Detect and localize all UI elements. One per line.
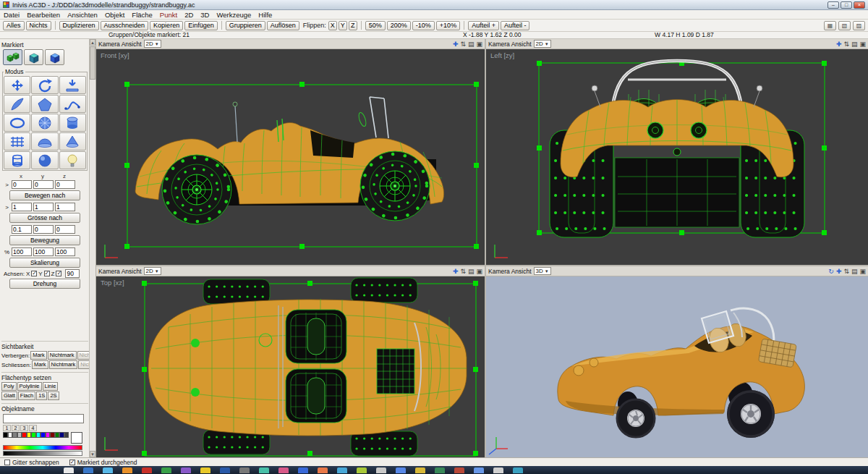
rear-wheel[interactable] bbox=[162, 155, 231, 224]
sphere-tool-button[interactable] bbox=[31, 151, 58, 169]
menu-item[interactable]: Fläche bbox=[128, 11, 156, 19]
spline-tool-button[interactable] bbox=[59, 95, 86, 113]
taskbar-app-icon[interactable] bbox=[83, 467, 93, 473]
schliessen-nichtmark-button[interactable]: Nichtmark bbox=[49, 360, 78, 369]
minimize-button[interactable]: – bbox=[827, 1, 839, 9]
taskbar-app-icon[interactable] bbox=[239, 467, 250, 473]
taskbar-app-icon[interactable] bbox=[161, 467, 171, 473]
extrude-tool-button[interactable] bbox=[59, 76, 86, 94]
shading-button[interactable]: Flach bbox=[18, 392, 35, 400]
taskbar-app-icon[interactable] bbox=[396, 467, 406, 473]
flaechentyp-button[interactable]: Poly bbox=[1, 382, 17, 391]
zoom-button[interactable]: 200% bbox=[387, 21, 411, 30]
menu-item[interactable]: Datei bbox=[0, 11, 23, 19]
orbit-view-icon[interactable]: ↻ bbox=[828, 267, 834, 276]
scale-y-input[interactable] bbox=[33, 247, 54, 256]
rotation-angle-input[interactable] bbox=[65, 269, 80, 278]
scale-z-input[interactable] bbox=[55, 247, 75, 256]
menu-item[interactable]: Werkzeuge bbox=[213, 11, 255, 19]
flip-axis-button[interactable]: Z bbox=[349, 21, 357, 30]
rotate-tool-button[interactable] bbox=[31, 76, 58, 94]
menu-item[interactable]: Ansichten bbox=[64, 11, 101, 19]
view-mode-dropdown[interactable]: 3D▼ bbox=[534, 267, 551, 275]
groesse-nach-button[interactable]: Grösse nach bbox=[9, 213, 80, 223]
size-to-z-input[interactable] bbox=[55, 203, 75, 211]
toolbar-clipboard-button[interactable]: Einfügen bbox=[184, 21, 218, 30]
taskbar-app-icon[interactable] bbox=[64, 467, 74, 473]
buggy-side-model[interactable] bbox=[135, 97, 444, 224]
sidebar-scrollbar[interactable]: ▲ ▼ bbox=[89, 39, 95, 457]
light-tool-button[interactable] bbox=[59, 151, 86, 169]
taskbar-app-icon[interactable] bbox=[122, 467, 132, 473]
taskbar-app-icon[interactable] bbox=[435, 467, 445, 473]
grid-tool-button[interactable]: ▦ bbox=[824, 21, 836, 30]
dome-tool-button[interactable] bbox=[31, 132, 58, 151]
toolbar-selection-button[interactable]: Alles bbox=[3, 21, 25, 30]
shading-button[interactable]: Glatt bbox=[1, 392, 17, 400]
taskbar-app-icon[interactable] bbox=[376, 467, 386, 473]
shading-button[interactable]: 1S bbox=[36, 392, 47, 400]
scroll-down-icon[interactable]: ▼ bbox=[90, 451, 95, 457]
verbergen-nichtmark-button[interactable]: Nichtmark bbox=[48, 351, 77, 360]
front-wheel[interactable] bbox=[360, 151, 430, 221]
taskbar-app-icon[interactable] bbox=[278, 467, 289, 473]
taskbar-app-icon[interactable] bbox=[181, 467, 191, 473]
gitter-schnappen-checkbox[interactable]: Gitter schnappen bbox=[4, 459, 59, 466]
disc-tool-button[interactable] bbox=[31, 114, 58, 132]
flaechentyp-button[interactable]: Polylinie bbox=[17, 382, 42, 391]
axis-z-checkbox[interactable] bbox=[56, 271, 61, 276]
taskbar-app-icon[interactable] bbox=[513, 467, 523, 473]
taskbar-app-icon[interactable] bbox=[259, 467, 269, 473]
maximize-viewport-icon[interactable]: ▣ bbox=[859, 40, 866, 48]
taskbar-app-icon[interactable] bbox=[220, 467, 230, 473]
zoom-button[interactable]: -10% bbox=[412, 21, 435, 30]
taskbar-app-icon[interactable] bbox=[493, 467, 503, 473]
move-to-y-input[interactable] bbox=[33, 180, 54, 189]
pan-view-icon[interactable]: ✚ bbox=[836, 40, 842, 48]
layout-icon[interactable]: ▤ bbox=[468, 40, 475, 48]
scroll-view-icon[interactable]: ⇅ bbox=[460, 267, 466, 276]
taskbar-app-icon[interactable] bbox=[337, 467, 347, 473]
ellipse-tool-button[interactable] bbox=[4, 114, 30, 132]
polygon-tool-button[interactable] bbox=[31, 95, 58, 113]
toolbar-group-button[interactable]: Auflösen bbox=[267, 21, 299, 30]
toolbar-clipboard-button[interactable]: Ausschneiden bbox=[101, 21, 149, 30]
3d-viewport-canvas[interactable] bbox=[486, 276, 868, 457]
zoom-button[interactable]: 50% bbox=[365, 21, 386, 30]
tube-tool-button[interactable] bbox=[4, 151, 30, 169]
pan-view-icon[interactable]: ✚ bbox=[836, 267, 842, 276]
menu-item[interactable]: Hilfe bbox=[255, 11, 276, 19]
layout-icon[interactable]: ▤ bbox=[851, 267, 858, 276]
toolbar-clipboard-button[interactable]: Kopieren bbox=[150, 21, 183, 30]
lightness-gradient-bar[interactable] bbox=[3, 451, 82, 456]
taskbar-app-icon[interactable] bbox=[415, 467, 425, 473]
drehung-button[interactable]: Drehung bbox=[9, 279, 80, 289]
knife-tool-button[interactable] bbox=[4, 95, 30, 113]
scroll-view-icon[interactable]: ⇅ bbox=[843, 267, 849, 276]
texture-index[interactable]: 4 bbox=[29, 425, 37, 431]
axis-x-checkbox[interactable] bbox=[31, 271, 37, 276]
maximize-button[interactable]: □ bbox=[841, 1, 852, 9]
menu-item[interactable]: Bearbeiten bbox=[23, 11, 64, 19]
surface-select-mode-button[interactable] bbox=[45, 49, 64, 65]
taskbar-app-icon[interactable] bbox=[318, 467, 328, 473]
scale-x-input[interactable] bbox=[12, 247, 32, 256]
markiert-durchgehend-checkbox[interactable]: Markiert durchgehend bbox=[69, 459, 137, 466]
buggy-front-model[interactable] bbox=[550, 61, 804, 237]
scroll-view-icon[interactable]: ⇅ bbox=[460, 40, 466, 48]
taskbar-app-icon[interactable] bbox=[454, 467, 464, 473]
hatch-tool-button[interactable]: ▨ bbox=[853, 21, 865, 30]
axis-y-checkbox[interactable] bbox=[44, 271, 50, 276]
flip-axis-button[interactable]: Y bbox=[339, 21, 347, 30]
color-swatch[interactable] bbox=[64, 432, 69, 438]
taskbar-app-icon[interactable] bbox=[200, 467, 210, 473]
mesh-tool-button[interactable] bbox=[4, 132, 30, 151]
maximize-viewport-icon[interactable]: ▣ bbox=[476, 40, 482, 48]
layout-icon[interactable]: ▤ bbox=[851, 40, 858, 48]
bewegen-nach-button[interactable]: Bewegen nach bbox=[9, 190, 80, 200]
maximize-viewport-icon[interactable]: ▣ bbox=[859, 267, 866, 276]
verbergen-mark-button[interactable]: Mark bbox=[30, 351, 47, 360]
size-to-x-input[interactable] bbox=[12, 203, 32, 211]
taskbar-app-icon[interactable] bbox=[474, 467, 484, 473]
taskbar-app-icon[interactable] bbox=[142, 467, 152, 473]
